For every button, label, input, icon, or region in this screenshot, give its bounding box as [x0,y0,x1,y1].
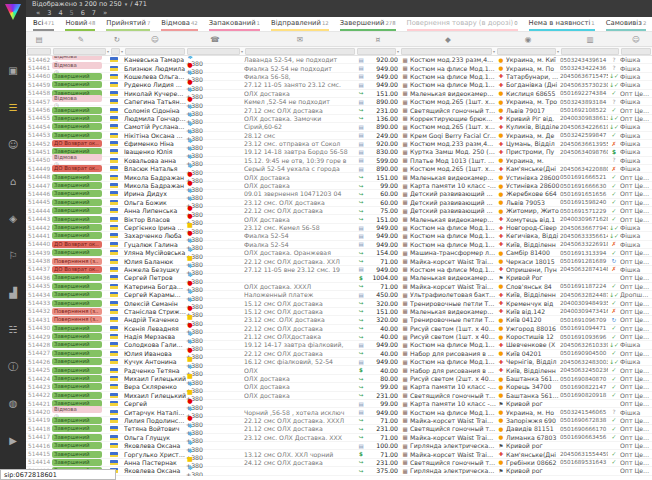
table-row[interactable]: 514439ЗавершенийУляна Мусійовська✻+380ОЛ… [26,249,652,257]
page-number[interactable]: 4 [58,9,62,17]
table-row[interactable]: 514442ЗавершенийСергієнко Ірина Ми■+3802… [26,224,652,232]
filter-input[interactable] [357,48,396,55]
page-size-caret-icon[interactable]: ▾ [125,0,128,9]
dashboard-icon[interactable]: ▣ [0,52,26,89]
table-row[interactable]: 514438Повернення (з..Юлия Баланюк■+38022… [26,257,652,265]
table-row[interactable]: 514446ЗавершенийИрина Дидух✻+38009.01 зв… [26,190,652,198]
table-row[interactable]: 514436ЗавершенийСергей Петров✻+380$1004.… [26,274,652,282]
table-row[interactable]: 514458ЗавершенийНиколай Кучеренко✻+380ОЛ… [26,90,652,98]
table-row[interactable]: 514425ЗавершенийРадченко Тетяна✻+380ОЛХ$… [26,366,652,374]
table-row[interactable]: 514435ЗавершенийКатерина Богданова●+380О… [26,283,652,291]
app-logo-icon[interactable] [5,4,21,20]
table-row[interactable]: 514414ЗавершенийАнна Пастернак■+38024.12… [26,459,652,467]
tab-7[interactable]: Завершений278 [340,19,396,31]
filter-comment[interactable] [244,47,356,55]
table-row[interactable]: 514424ЗавершенийМихаил Гилецький■+380ОЛХ… [26,375,652,383]
table-row[interactable]: 514422ЗавершенийМихаил Гилецький■+380ОЛХ… [26,392,652,400]
filter-caret-icon[interactable]: ▾ [241,49,243,54]
table-row[interactable]: 514456ЗавершенийСоломія Сідоніна✻+38027.… [26,106,652,114]
table-row[interactable]: 514429ЗавершенийНадія Мерзаєва✻+38021.12… [26,333,652,341]
address-column-icon[interactable]: ◉ [496,35,560,44]
table-row[interactable]: 514450Відмова◷Ковальова анна✻+38015.12. … [26,157,652,165]
table-row[interactable]: 514441ЗавершенийЗахарченко Люба●+380Фиал… [26,232,652,240]
table-row[interactable]: 514452ДО Возврат ок..Єфименко Ніна✻+3802… [26,140,652,148]
video-monitor-icon[interactable]: ▶ [0,422,26,459]
comment-column-icon[interactable]: ✉ [244,35,356,44]
filter-caret-icon[interactable]: ▾ [121,49,123,54]
funnel-flag-icon[interactable]: ⚐ [0,237,26,274]
filter-status[interactable]: ▾ [52,47,110,55]
table-row[interactable]: 514418ЗавершенийТетяна Войтович✻+38021.1… [26,425,652,433]
tab-1[interactable]: Всі471 [33,19,54,31]
company-icon[interactable]: ⌂ [0,163,26,200]
page-number[interactable]: 3 [47,9,51,17]
filter-input[interactable] [111,48,120,55]
table-row[interactable]: 514462Відмова◷Каневська Тамара✻+380Лаван… [26,56,652,64]
table-row[interactable]: 514428ЗавершенийСолодкова Галина В✻+3801… [26,341,652,349]
table-row[interactable]: 514421ЗавершенийСергей●+380▤99.00▦Карта … [26,400,652,408]
filter-input[interactable] [125,48,185,55]
table-row[interactable]: 514455ЗавершенийЛюдмила Гончарова✻+380ОЛ… [26,115,652,123]
filter-source[interactable]: ▾ [110,47,124,55]
pager-last-icon[interactable]: » [103,9,107,17]
table-row[interactable]: 514443ЗавершенийВіктор Власов●+380ОЛХ до… [26,215,652,223]
phone-column-icon[interactable]: ☎ [186,35,244,44]
table-row[interactable]: 514427ЗавершенийЮлия Иванова●+38022.12 с… [26,350,652,358]
table-row[interactable]: 514423ЗавершенийВера Скляренко✻+380ОЛХ д… [26,383,652,391]
table-row[interactable]: 514459ЗавершенийРуденко Лидия Пав●+38027… [26,81,652,89]
filter-caret-icon[interactable]: ▾ [493,49,495,54]
filter-caret-icon[interactable]: ▾ [557,49,559,54]
payment-column-icon[interactable]: ¤ [356,35,400,44]
table-row[interactable]: 514430ЗавершенийКсенія Левадняя●+38022.1… [26,325,652,333]
info-icon[interactable]: ⓘ [0,348,26,385]
settings-sliders-icon[interactable]: ☵ [0,311,26,348]
table-row[interactable]: 514445ЗавершенийОльга Божик✻+38023.12 см… [26,199,652,207]
table-row[interactable]: 514460ЗавершенийКошелева Ольга Ар✻+380Фи… [26,73,652,81]
table-row[interactable]: 514449ДО Возврат ок..Власюк Наталья✻+380… [26,165,652,173]
table-row[interactable]: 514434ЗавершенийСергей Карамышев✻+380Нал… [26,291,652,299]
table-row[interactable]: 514451ЗавершенийІващенко Юлія✻+38019.12 … [26,148,652,156]
filter-caret-icon[interactable]: ▾ [107,49,109,54]
table-row[interactable]: 514432Повернення (з..Станіслав Стрижак●+… [26,308,652,316]
tab-8[interactable]: Повернення товару (в дорозі)0 [407,19,518,31]
filter-order-id[interactable] [26,47,52,55]
tracking-column-icon[interactable]: ▥ [560,35,620,44]
client-column-icon[interactable]: ☺ [124,35,186,44]
filter-input[interactable] [27,48,51,55]
table-row[interactable]: 514426ЗавершенийКучук Антонина■+38016.12… [26,358,652,366]
orders-list-icon[interactable]: ☰ [0,89,26,126]
table-row[interactable]: 514440ДО Возврат ок..Гуцалюк Галина✻+380… [26,241,652,249]
tab-2[interactable]: Новий48 [65,19,95,31]
filter-tracking[interactable] [560,47,620,55]
table-row[interactable]: 514454ЗавершенийСамотій Руслана Во✻+380С… [26,123,652,131]
filter-input[interactable] [561,48,619,55]
table-row[interactable]: 514431Повернення (з..Андрій Ткаченко■+38… [26,316,652,324]
filter-address[interactable]: ▾ [496,47,560,55]
filter-input[interactable] [187,48,240,55]
table-row[interactable]: 514417ЗавершенийОльга Глущук✻+38023.12 с… [26,434,652,442]
filter-input[interactable] [497,48,556,55]
filter-manager[interactable] [620,47,652,55]
filter-input[interactable] [621,48,651,55]
status-column-icon[interactable]: ✎ [52,35,110,44]
manager-column-icon[interactable]: ☺ [620,35,652,44]
page-number[interactable]: 7 [92,9,96,17]
page-number[interactable]: 6 [81,9,85,17]
filter-input[interactable] [401,48,492,55]
table-row[interactable]: 514437ДО Возврат ок..Анжела Безушку✻+380… [26,266,652,274]
clients-icon[interactable]: ☺ [0,126,26,163]
integrations-globe-icon[interactable]: ◍ [0,385,26,422]
product-column-icon[interactable]: ◆ [400,35,496,44]
table-row[interactable]: 514419ЗавершенийЛилия Подолинская●+38022… [26,417,652,425]
tab-10[interactable]: Самовивіз2 [606,19,647,31]
table-row[interactable]: 514416ЗавершенийЯковлева Оксана✻+380▤100… [26,442,652,450]
tab-3[interactable]: Прийнятий7 [106,19,150,31]
filter-payment[interactable]: ▾ [356,47,400,55]
table-row[interactable]: 514444ЗавершенийАнна Липенська●+38022.12… [26,207,652,215]
table-row[interactable]: 514453ЗавершенийНікітіна Оксана Дми✻+380… [26,132,652,140]
products-tag-icon[interactable]: ◈ [0,200,26,237]
table-row[interactable]: 514420Відмова◷Ситарчук Наталія Гр✻+380Чо… [26,408,652,416]
filter-product[interactable]: ▾ [400,47,496,55]
table-row[interactable]: 514448ЗавершенийМикола Бадражан●+380ОЛХ … [26,173,652,181]
table-row[interactable]: 514447ЗавершенийМикола Бадражан●+380ОЛХ … [26,182,652,190]
